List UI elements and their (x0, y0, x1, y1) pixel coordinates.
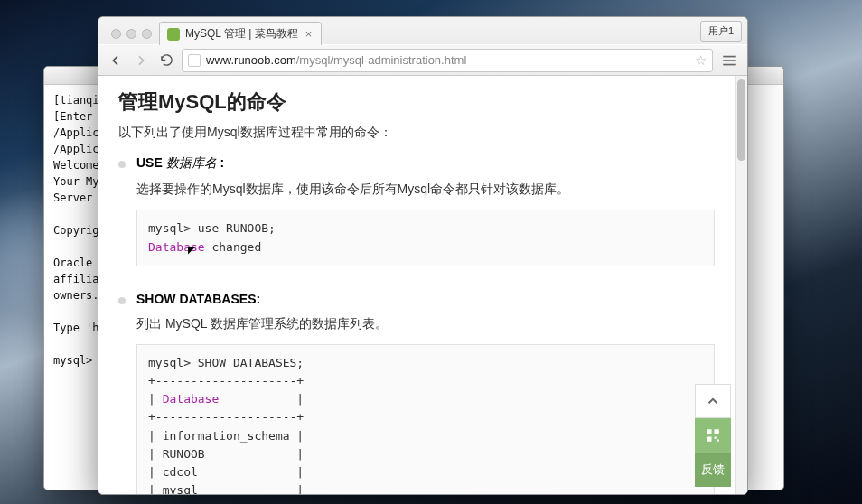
svg-rect-3 (707, 429, 711, 434)
item-title: SHOW DATABASES: (136, 292, 715, 306)
svg-rect-2 (723, 63, 736, 65)
list-item: USE 数据库名 : 选择要操作的Mysql数据库，使用该命令后所有Mysql命… (118, 155, 715, 283)
menu-button[interactable] (718, 50, 740, 71)
url-host: www.runoob.com (206, 53, 296, 67)
scroll-top-button[interactable] (695, 384, 731, 418)
floating-actions: 反馈 (695, 384, 731, 487)
svg-rect-0 (723, 55, 736, 57)
page-viewport: 管理MySQL的命令 以下列出了使用Mysql数据库过程中常用的命令： USE … (98, 76, 747, 494)
bookmark-star-icon[interactable]: ☆ (695, 52, 707, 69)
svg-rect-4 (715, 429, 719, 434)
scrollbar-thumb[interactable] (737, 79, 745, 161)
bullet-icon (118, 161, 126, 168)
page-intro: 以下列出了使用Mysql数据库过程中常用的命令： (118, 125, 715, 141)
browser-chrome: MySQL 管理 | 菜鸟教程 × 用户1 www.runoob.com/mys… (98, 17, 747, 76)
minimize-icon[interactable] (126, 29, 136, 39)
svg-rect-7 (717, 440, 719, 442)
zoom-icon[interactable] (142, 29, 152, 39)
tab-title: MySQL 管理 | 菜鸟教程 (185, 26, 298, 42)
svg-rect-5 (707, 437, 711, 442)
tab-close-icon[interactable]: × (304, 27, 314, 41)
qrcode-button[interactable] (695, 418, 731, 453)
item-desc: 选择要操作的Mysql数据库，使用该命令后所有Mysql命令都只针对该数据库。 (136, 179, 715, 199)
favicon-icon (167, 28, 180, 41)
window-controls[interactable] (106, 29, 159, 44)
item-title: USE 数据库名 : (136, 155, 715, 172)
close-icon[interactable] (111, 29, 121, 39)
vertical-scrollbar[interactable] (735, 76, 747, 494)
code-block: mysql> SHOW DATABASES; +----------------… (136, 344, 715, 494)
page-title: 管理MySQL的命令 (118, 89, 715, 116)
feedback-button[interactable]: 反馈 (695, 453, 731, 487)
browser-window: MySQL 管理 | 菜鸟教程 × 用户1 www.runoob.com/mys… (98, 16, 748, 495)
list-item: SHOW DATABASES: 列出 MySQL 数据库管理系统的数据库列表。 … (118, 292, 715, 494)
profile-button[interactable]: 用户1 (700, 21, 742, 42)
code-block: mysql> use RUNOOB; Database changed◤ (136, 210, 715, 266)
page-content: 管理MySQL的命令 以下列出了使用Mysql数据库过程中常用的命令： USE … (98, 76, 735, 494)
svg-rect-1 (723, 60, 736, 61)
page-icon (188, 54, 201, 67)
reload-button[interactable] (156, 51, 176, 70)
tab-strip: MySQL 管理 | 菜鸟教程 × 用户1 (98, 17, 747, 44)
svg-rect-6 (715, 437, 717, 439)
browser-toolbar: www.runoob.com/mysql/mysql-administratio… (98, 44, 747, 75)
back-button[interactable] (106, 51, 126, 70)
bullet-icon (118, 297, 126, 304)
item-desc: 列出 MySQL 数据库管理系统的数据库列表。 (136, 313, 715, 333)
address-bar[interactable]: www.runoob.com/mysql/mysql-administratio… (182, 49, 713, 72)
browser-tab[interactable]: MySQL 管理 | 菜鸟教程 × (159, 22, 322, 45)
forward-button[interactable] (131, 51, 151, 70)
url-path: /mysql/mysql-administration.html (296, 53, 467, 67)
